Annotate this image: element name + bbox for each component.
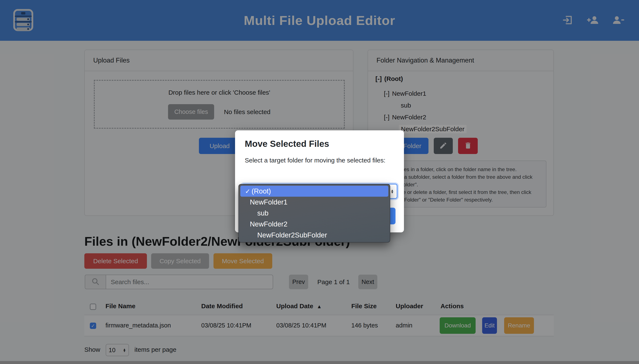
- dropdown-option-newfolder1[interactable]: NewFolder1: [239, 197, 390, 208]
- modal-description: Select a target folder for moving the se…: [245, 155, 393, 166]
- dropdown-option-root[interactable]: ✓ (Root): [240, 186, 388, 197]
- dropdown-option-newfolder2subfolder[interactable]: NewFolder2SubFolder: [239, 230, 390, 240]
- dropdown-option-newfolder2[interactable]: NewFolder2: [239, 219, 390, 230]
- check-icon: ✓: [245, 188, 252, 195]
- page: Multi File Upload Editor: [0, 0, 639, 364]
- modal-title: Move Selected Files: [245, 139, 329, 149]
- dropdown-option-sub[interactable]: sub: [239, 208, 390, 219]
- folder-dropdown-menu: ✓ (Root) NewFolder1 sub NewFolder2 NewFo…: [238, 184, 390, 242]
- select-spinner-icon: ▲ ▼: [391, 189, 394, 193]
